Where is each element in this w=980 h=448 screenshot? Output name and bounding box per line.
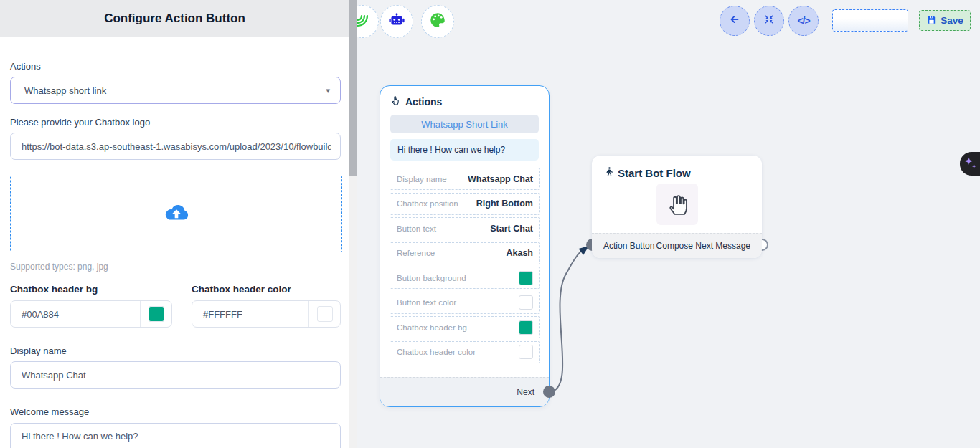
chatbox-header-color-swatch	[519, 345, 533, 359]
panel-title: Configure Action Button	[104, 11, 245, 26]
cursor-placeholder	[656, 184, 698, 225]
chatbox-header-color-picker[interactable]	[308, 301, 340, 327]
code-view-button[interactable]: </>	[788, 6, 819, 36]
walking-person-icon	[603, 166, 614, 180]
chatbox-header-bg-field: #00A884	[10, 300, 172, 328]
panel-scrollbar-track[interactable]	[349, 0, 357, 448]
chatbox-header-bg-value[interactable]: #00A884	[11, 301, 140, 327]
chatbox-logo-label: Please provide your Chatbox logo	[10, 117, 341, 128]
display-name-label: Display name	[10, 345, 341, 356]
welcome-message-label: Welcome message	[10, 406, 341, 417]
actions-node[interactable]: Actions Whatsapp Short Link Hi there ! H…	[380, 85, 550, 407]
action-type-pill[interactable]: Whatsapp Short Link	[390, 115, 539, 133]
compress-icon	[763, 14, 775, 28]
chevron-down-icon: ▾	[326, 86, 330, 95]
cloud-upload-icon	[163, 202, 190, 227]
chatbox-header-color-label: Chatbox header color	[192, 284, 291, 295]
panel-scrollbar-thumb[interactable]	[349, 0, 357, 176]
next-port-label: Next	[517, 387, 534, 397]
actions-label: Actions	[10, 61, 341, 72]
welcome-message-preview: Hi there ! How can we help?	[390, 139, 539, 161]
action-parameters: Display name Whatsapp Chat Chatbox posit…	[390, 168, 540, 366]
sparkles-icon	[963, 154, 979, 174]
start-node-footer: Action Button Compose Next Message	[592, 233, 762, 258]
param-row-button-background: Button background	[390, 267, 540, 289]
hand-tap-icon	[390, 95, 401, 108]
bot-tool-button[interactable]	[380, 5, 413, 38]
compose-next-message-port-label: Compose Next Message	[656, 241, 750, 251]
button-background-swatch	[519, 271, 533, 285]
action-button-port-label: Action Button	[603, 241, 654, 251]
chatbox-header-color-value[interactable]: #FFFFFF	[192, 301, 308, 327]
save-button[interactable]: Save	[919, 10, 971, 31]
param-row-button-text-color: Button text color	[390, 292, 540, 314]
welcome-message-input[interactable]: Hi there ! How can we help?	[10, 423, 341, 448]
param-row-display-name: Display name Whatsapp Chat	[390, 168, 540, 190]
start-node-header: Start Bot Flow	[592, 156, 762, 180]
param-row-chatbox-header-bg: Chatbox header bg	[390, 316, 540, 338]
chatbox-header-bg-picker[interactable]	[140, 301, 171, 327]
param-row-chatbox-position: Chatbox position Right Bottom	[390, 193, 540, 215]
chatbox-header-bg-label: Chatbox header bg	[10, 284, 192, 295]
fit-view-button[interactable]	[754, 6, 784, 36]
chatbox-header-color-field: #FFFFFF	[192, 300, 341, 328]
supported-types-hint: Supported types: png, jpg	[10, 262, 341, 272]
chatbox-logo-input[interactable]	[10, 133, 341, 160]
theme-tool-button[interactable]	[421, 5, 454, 38]
start-bot-flow-node[interactable]: Start Bot Flow Action Button Compose Nex…	[592, 156, 762, 258]
back-arrow-icon	[728, 13, 741, 29]
param-row-reference: Reference Akash	[390, 242, 540, 264]
actions-node-title: Actions	[405, 96, 442, 108]
flow-name-input[interactable]	[832, 9, 908, 32]
palette-icon	[428, 11, 447, 32]
actions-select[interactable]: Whatsapp short link ▾	[10, 77, 341, 104]
logo-upload-dropzone[interactable]	[10, 176, 342, 252]
code-icon: </>	[797, 15, 809, 27]
chatbox-header-bg-panel-swatch	[149, 306, 164, 322]
robot-icon	[387, 11, 406, 32]
back-button[interactable]	[720, 6, 750, 36]
next-port-handle[interactable]	[543, 386, 555, 398]
chatbox-header-color-panel-swatch	[317, 306, 333, 322]
param-row-button-text: Button text Start Chat	[390, 217, 540, 239]
actions-node-header: Actions	[380, 86, 549, 108]
param-row-chatbox-header-color: Chatbox header color	[390, 341, 540, 363]
save-icon	[926, 14, 937, 27]
start-node-title: Start Bot Flow	[618, 167, 691, 179]
button-text-color-swatch	[519, 295, 533, 310]
hand-cursor-icon	[665, 189, 689, 219]
panel-header: Configure Action Button	[0, 0, 349, 37]
save-button-label: Save	[941, 15, 963, 26]
chatbox-header-bg-swatch	[519, 320, 533, 335]
display-name-input[interactable]	[10, 361, 341, 389]
ai-assistant-button[interactable]	[960, 152, 980, 176]
configure-panel: Configure Action Button Actions Whatsapp…	[0, 0, 357, 448]
actions-node-footer: Next	[380, 377, 549, 406]
actions-selected-value: Whatsapp short link	[24, 85, 106, 96]
